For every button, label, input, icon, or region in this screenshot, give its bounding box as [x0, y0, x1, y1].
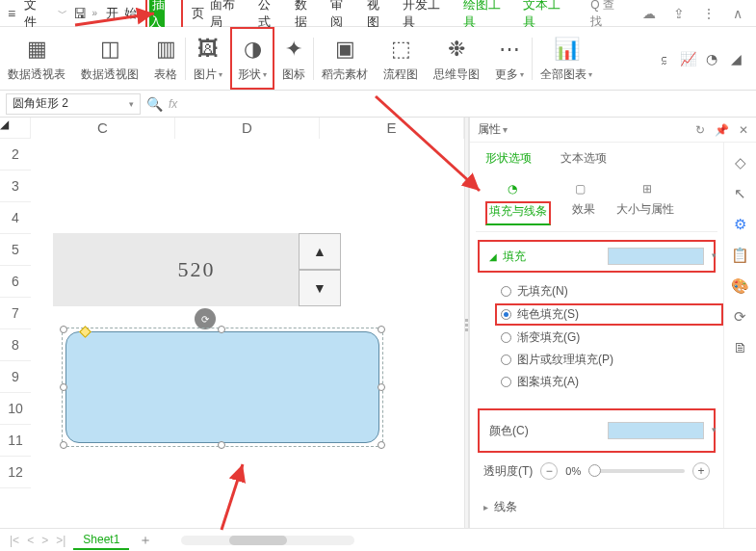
scrollbar-thumb[interactable]	[229, 536, 287, 545]
cloud-sync-icon[interactable]: ⟳	[734, 308, 746, 326]
ribbon-picture[interactable]: 🖼 图片▾	[186, 27, 230, 90]
name-box[interactable]: 圆角矩形 2 ▾	[6, 93, 141, 115]
resize-handle-e[interactable]	[378, 383, 385, 391]
diamond-icon[interactable]: ◇	[735, 154, 746, 171]
mini-pie-icon[interactable]: ◔	[701, 48, 722, 69]
tab-start-right[interactable]: 始	[124, 3, 140, 24]
resize-handle-sw[interactable]	[60, 441, 67, 449]
chevron-down-icon[interactable]: ﹀	[58, 7, 67, 20]
subtab-effect[interactable]: 效果	[572, 201, 595, 225]
section-fill[interactable]: ◢ 填充 ▾	[482, 244, 712, 269]
spreadsheet-grid[interactable]: ◢ C D E 2 3 4 5 6 7 8 9 10 11 12 520 ▲ ▼	[0, 118, 464, 532]
row-header[interactable]: 7	[0, 298, 31, 329]
sheet-nav-prev[interactable]: <	[23, 534, 38, 547]
sheet-nav-next[interactable]: >	[38, 534, 52, 547]
opacity-increase-button[interactable]: +	[692, 462, 710, 480]
row-header[interactable]: 4	[0, 202, 31, 234]
row-header[interactable]: 8	[0, 329, 31, 361]
ribbon-mindmap[interactable]: ❉ 思维导图	[426, 27, 487, 90]
row-header[interactable]: 9	[0, 361, 31, 393]
sheet-tab[interactable]: Sheet1	[73, 531, 129, 550]
rounded-rectangle-shape[interactable]	[65, 331, 379, 443]
resize-handle-w[interactable]	[60, 383, 67, 391]
ribbon-icon[interactable]: ✦ 图标	[274, 27, 313, 90]
fill-none[interactable]: 无填充(N)	[501, 280, 717, 302]
grid-corner[interactable]: ◢	[0, 118, 31, 139]
refresh-icon[interactable]: ↻	[695, 123, 705, 137]
subtab-fill-line[interactable]: 填充与线条	[485, 201, 551, 225]
fill-color-swatch[interactable]: ▾	[608, 248, 704, 265]
mini-bar-icon[interactable]: ⫇	[653, 48, 674, 69]
chevron-down-icon[interactable]: ▾	[129, 99, 134, 109]
cursor-icon[interactable]: ↖	[734, 185, 746, 202]
opacity-row: 透明度(T) − 0% +	[476, 457, 717, 485]
color-label: 颜色(C)	[489, 423, 529, 439]
search-icon[interactable]: 🔍	[146, 96, 163, 112]
spinner-down-button[interactable]: ▼	[299, 270, 341, 306]
fill-solid[interactable]: 纯色填充(S)	[495, 303, 723, 326]
fill-pattern[interactable]: 图案填充(A)	[501, 371, 717, 393]
mini-area-icon[interactable]: ◢	[725, 48, 746, 69]
sliders-icon[interactable]: ⚙	[734, 216, 746, 233]
row-header[interactable]: 3	[0, 171, 31, 202]
ribbon-table[interactable]: ▥ 表格	[146, 27, 185, 90]
ribbon-pivot-chart[interactable]: ◫ 数据透视图	[73, 27, 146, 90]
row-header[interactable]: 11	[0, 425, 31, 457]
resize-handle-s[interactable]	[218, 441, 225, 449]
sheet-nav-last[interactable]: >|	[52, 534, 69, 547]
fill-picture[interactable]: 图片或纹理填充(P)	[501, 349, 717, 371]
mini-line-icon[interactable]: 📈	[677, 48, 698, 69]
note-icon[interactable]: 🗎	[733, 339, 747, 355]
opacity-slider[interactable]	[588, 469, 685, 473]
kebab-icon[interactable]: ⋮	[702, 6, 716, 21]
sheet-nav-first[interactable]: |<	[6, 534, 23, 547]
fill-none-label: 无填充(N)	[517, 283, 568, 300]
hamburger-icon[interactable]: ≡	[8, 6, 15, 21]
close-icon[interactable]: ✕	[739, 123, 748, 137]
add-sheet-button[interactable]: ＋	[139, 532, 152, 549]
ribbon-material[interactable]: ▣ 稻壳素材	[314, 27, 376, 90]
tab-start-left[interactable]: 开	[103, 3, 118, 24]
fill-gradient[interactable]: 渐变填充(G)	[501, 327, 717, 349]
col-header[interactable]: C	[31, 118, 175, 139]
ribbon-pivot-table[interactable]: ▦ 数据透视表	[0, 27, 73, 90]
clipboard-icon[interactable]: 📋	[731, 247, 749, 264]
col-header[interactable]: D	[175, 118, 320, 139]
opacity-thumb[interactable]	[588, 464, 601, 477]
resize-handle-ne[interactable]	[378, 326, 385, 333]
palette-icon[interactable]: 🎨	[731, 277, 749, 295]
row-header[interactable]: 6	[0, 266, 31, 298]
cloud-icon[interactable]: ☁	[642, 6, 656, 21]
tab-shape-options[interactable]: 形状选项	[485, 150, 532, 171]
caret-icon[interactable]: ∧	[733, 6, 743, 21]
resize-handle-se[interactable]	[378, 441, 385, 449]
spinner-up-button[interactable]: ▲	[299, 233, 341, 270]
ribbon-flowchart[interactable]: ⬚ 流程图	[376, 27, 426, 90]
resize-handle-n[interactable]	[218, 326, 225, 333]
resize-handle-nw[interactable]	[60, 326, 67, 333]
pin-icon[interactable]: 📌	[715, 123, 729, 137]
tab-insert[interactable]: 插入	[149, 0, 165, 31]
save-icon[interactable]: 🖫	[73, 6, 87, 21]
share-icon[interactable]: ⇪	[673, 6, 685, 21]
rotate-handle-icon[interactable]: ⟳	[195, 308, 216, 329]
ribbon-shape[interactable]: ◑ 形状▾	[230, 27, 274, 90]
pivot-chart-icon: ◫	[100, 34, 120, 65]
tab-layout-left[interactable]: 页	[189, 3, 204, 24]
opacity-decrease-button[interactable]: −	[540, 462, 558, 480]
merged-cell-box[interactable]: 520 ▲ ▼	[53, 233, 340, 306]
row-header[interactable]: 2	[0, 139, 31, 171]
row-header[interactable]: 12	[0, 457, 31, 488]
ribbon-allcharts[interactable]: 📊 全部图表▾	[533, 27, 600, 90]
color-swatch[interactable]: ▾	[608, 422, 704, 439]
horizontal-scrollbar[interactable]	[181, 536, 354, 545]
col-header[interactable]: E	[320, 118, 464, 139]
section-line[interactable]: ▸ 线条	[476, 495, 717, 519]
search-button[interactable]: Q 查找	[590, 0, 625, 30]
subtab-size[interactable]: 大小与属性	[616, 201, 674, 225]
row-header[interactable]: 10	[0, 393, 31, 425]
tab-text-options[interactable]: 文本选项	[560, 150, 607, 171]
ribbon-more[interactable]: ⋯ 更多▾	[487, 27, 532, 90]
shape-icon: ◑	[244, 34, 262, 65]
row-header[interactable]: 5	[0, 234, 31, 266]
